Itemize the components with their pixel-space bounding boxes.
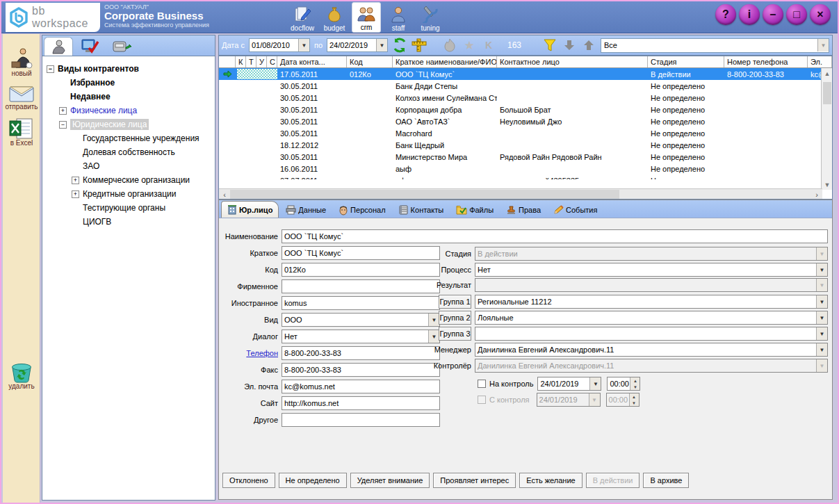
tab-legal-entity[interactable]: Юр.лицо [221,201,279,218]
other-field[interactable] [282,413,440,427]
tree-tab-calls[interactable] [108,37,137,56]
chevron-down-icon[interactable]: ▼ [816,327,827,340]
nav-tuning[interactable]: tuning [416,2,445,33]
tree-item-testing-bodies[interactable]: Тестирующие органы [47,201,215,215]
spin-down-icon[interactable]: ▼ [630,384,640,390]
collapse-icon[interactable]: − [47,65,54,73]
expand-icon[interactable]: + [59,107,67,115]
table-row[interactable]: 30.05.2011MacrohardНе определено [219,127,832,139]
chevron-down-icon[interactable]: ▼ [589,377,601,390]
group1-combo[interactable]: Региональные 11212▼ [475,295,828,309]
table-row[interactable]: 17.05.2011012КоООО `ТЦ Комус`В действии8… [219,68,832,80]
phone-link[interactable]: Телефон [221,349,282,357]
process-combo[interactable]: Нет▼ [475,263,828,277]
chevron-down-icon[interactable]: ▼ [816,295,827,308]
minimize-button[interactable]: – [763,4,783,25]
expand-icon[interactable]: + [72,177,79,184]
date-from-input[interactable] [250,40,298,51]
col-s[interactable]: С [267,56,277,67]
stage-desire-button[interactable]: Есть желание [519,473,583,488]
stage-attention-button[interactable]: Уделяет внимание [350,473,430,488]
arrow-down-icon[interactable] [562,38,577,53]
tree-item-credit-orgs[interactable]: +Кредитные организации [47,187,215,201]
tree-item-shared-ownership[interactable]: Долевая собственность [47,145,215,159]
help-button[interactable]: ? [715,4,736,25]
site-field[interactable] [282,396,440,410]
col-date[interactable]: Дата конта... [277,56,347,67]
table-row[interactable]: 16.06.2011аыфНе определено [219,163,832,174]
nav-crm[interactable]: crm [352,2,381,33]
on-control-time[interactable]: 00:00▲▼ [607,377,640,391]
scroll-down-icon[interactable]: ▼ [822,179,833,190]
col-name[interactable]: Краткое наименование/ФИО [393,56,497,67]
arrow-up-icon[interactable] [581,38,596,53]
col-stage[interactable]: Стадия [648,56,724,67]
tree-tab-tasks[interactable] [76,37,105,56]
phone-field[interactable] [282,346,440,360]
on-control-date[interactable]: 24/01/2019▼ [537,377,601,391]
group2-combo[interactable]: Лояльные▼ [475,311,828,325]
email-field[interactable] [282,380,440,393]
chevron-down-icon[interactable]: ▼ [816,343,827,356]
chevron-down-icon[interactable]: ▼ [816,263,827,276]
col-contact[interactable]: Контактное лицо [497,56,648,67]
collapse-icon[interactable]: − [59,121,67,129]
maximize-button[interactable]: □ [786,4,807,25]
chevron-down-icon[interactable]: ▼ [376,39,387,51]
nav-docflow[interactable]: docflow [288,2,317,33]
refresh-button[interactable] [392,38,407,53]
code-field[interactable] [282,263,440,277]
on-control-checkbox[interactable] [478,380,486,388]
table-row[interactable]: 30.05.2011ОАО `АвтоТАЗ`Неуловимый ДжоНе … [219,115,832,127]
type-combo[interactable]: ООО▼ [282,313,440,327]
group2-button[interactable]: Группа 2 [439,311,471,325]
chevron-down-icon[interactable]: ▼ [817,39,829,51]
nav-staff[interactable]: staff [384,2,413,33]
stage-interest-button[interactable]: Проявляет интерес [433,473,516,488]
table-row[interactable]: 30.05.2011Корпорация добраБольшой БратНе… [219,104,832,115]
table-row[interactable]: 07.07.2011афтотаоипвраыивар й4395335 ира… [219,174,832,179]
dialog-combo[interactable]: Нет▼ [282,330,440,343]
foreign-name-field[interactable] [282,296,440,310]
expand-icon[interactable]: + [72,190,79,198]
tree-item-recent[interactable]: Недавнее [47,90,215,104]
info-button[interactable]: i [739,4,760,25]
tree-item-favorites[interactable]: Избранное [47,76,215,90]
export-excel-button[interactable]: в Excel [3,117,40,147]
tree-item-root[interactable]: −Виды контрагентов [47,62,215,76]
close-button[interactable]: × [810,4,831,25]
spin-up-icon[interactable]: ▲ [630,377,640,384]
chevron-down-icon[interactable]: ▼ [298,39,309,51]
group3-button[interactable]: Группа 3 [439,327,471,341]
horizontal-scrollbar[interactable]: ‹ › [219,188,822,199]
nav-budget[interactable]: budget [320,2,349,33]
filter-funnel-button[interactable] [542,38,557,53]
vertical-scrollbar[interactable]: ▲ ▼ [821,68,832,190]
new-record-button[interactable]: новый [3,47,40,77]
vertical-scroll-thumb[interactable] [823,82,831,104]
tree-tab-counterparties[interactable] [44,37,73,56]
tree-item-ciogv[interactable]: ЦИОГВ [47,215,215,229]
col-email[interactable]: Эл. [808,56,832,67]
brand-name-field[interactable] [282,279,440,293]
tab-rights[interactable]: Права [500,202,546,218]
table-row[interactable]: 18.12.2012Банк ЩедрыйНе определено [219,139,832,151]
date-to-input[interactable] [327,40,376,51]
send-button[interactable]: отправить [3,83,40,111]
tab-data[interactable]: Данные [280,202,332,218]
tree-item-legal-entities[interactable]: −Юридические лица [47,117,215,131]
scroll-right-icon[interactable]: › [811,189,822,200]
manager-combo[interactable]: Данилинка Евгений Александрович.11▼ [475,343,828,357]
name-field[interactable] [282,229,828,243]
table-row[interactable]: 30.05.2011Колхоз имени Сулеймана Стал...… [219,92,832,104]
ruler-button[interactable] [412,38,427,53]
col-u[interactable]: У [256,56,267,67]
tab-files[interactable]: Файлы [450,202,499,218]
col-marker[interactable] [219,56,236,67]
tab-personnel[interactable]: Персонал [333,202,391,218]
stage-archive-button[interactable]: В архиве [643,473,689,488]
tree-item-commercial-orgs[interactable]: +Коммерческие организации [47,173,215,187]
fax-field[interactable] [282,363,440,377]
tab-events[interactable]: События [548,202,603,218]
group3-combo[interactable]: ▼ [475,327,828,341]
